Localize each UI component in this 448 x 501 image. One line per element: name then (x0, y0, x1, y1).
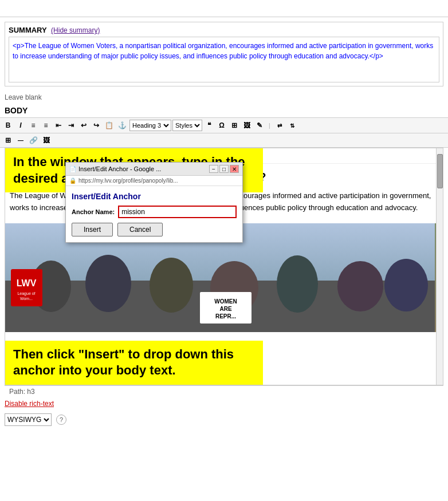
modal-insert-button[interactable]: Insert (72, 223, 113, 236)
indent-button[interactable]: ⇥ (65, 120, 77, 131)
bold-button[interactable]: B (2, 120, 14, 131)
anchor-name-label: Anchor Name: (72, 208, 115, 215)
wysiwyg-select[interactable]: WYSIWYG (5, 413, 52, 426)
image-button[interactable]: 🖼 (241, 120, 253, 131)
summary-title-text: SUMMARY (9, 26, 46, 34)
svg-text:LWV: LWV (17, 278, 37, 288)
scrollbar-thumb[interactable] (437, 154, 443, 188)
svg-point-7 (337, 261, 383, 311)
ol-button[interactable]: ≡ (40, 120, 52, 131)
tooltip-insert: Then click "Insert" to drop down this an… (5, 341, 263, 385)
svg-text:WOMEN: WOMEN (214, 298, 237, 305)
styles-select[interactable]: Styles (172, 120, 202, 131)
modal-cancel-button[interactable]: Cancel (117, 223, 163, 236)
leave-blank-note: Leave blank (0, 91, 448, 104)
redo-button[interactable]: ↪ (91, 120, 102, 131)
svg-point-3 (85, 255, 131, 312)
svg-text:Wom...: Wom... (20, 297, 33, 301)
svg-point-4 (150, 258, 193, 313)
anchor-button[interactable]: ⚓ (116, 120, 128, 131)
undo-button[interactable]: ↩ (78, 120, 89, 131)
paste-button[interactable]: 📋 (103, 120, 115, 131)
svg-text:ARE: ARE (219, 306, 231, 312)
modal-controls: − □ ✕ (209, 165, 239, 173)
body-label: BODY (0, 104, 448, 117)
modal-field-row: Anchor Name: (72, 206, 237, 218)
modal-body: Insert/Edit Anchor Anchor Name: Insert C… (66, 186, 242, 242)
modal-title-text: 📄 Insert/Edit Anchor - Google ... (69, 165, 161, 172)
help-icon[interactable]: ? (56, 415, 66, 425)
editor-area[interactable]: Our Mission | What We Do Now | Support U… (5, 148, 443, 385)
editor-scrollbar[interactable] (436, 148, 443, 385)
table-button[interactable]: ⊞ (229, 120, 240, 131)
toolbar-row1: B I ≡ ≡ ⇤ ⇥ ↩ ↪ 📋 ⚓ Heading 3 Heading 1 … (0, 117, 448, 133)
toolbar-separator1: | (266, 123, 273, 129)
hide-summary-link[interactable]: (Hide summary) (51, 26, 100, 34)
outdent-button[interactable]: ⇤ (53, 120, 64, 131)
modal-heading: Insert/Edit Anchor (72, 192, 237, 201)
modal-button-row: Insert Cancel (72, 223, 237, 236)
modal-titlebar: 📄 Insert/Edit Anchor - Google ... − □ ✕ (66, 163, 242, 176)
heading-select[interactable]: Heading 3 Heading 1 Heading 2 Heading 4 … (129, 120, 171, 131)
edit-button[interactable]: ✎ (254, 120, 265, 131)
valign-button[interactable]: ⇅ (286, 120, 298, 131)
align-button[interactable]: ⇄ (274, 120, 285, 131)
modal-close-button[interactable]: ✕ (230, 165, 239, 173)
summary-content[interactable]: <p>The League of Women Voters, a nonpart… (9, 37, 439, 82)
modal-address-bar: 🔒 https://my.lvv.org/profiles/panopoly/l… (66, 176, 242, 186)
modal-maximize-button[interactable]: □ (219, 165, 229, 173)
hr-button[interactable]: ― (15, 135, 26, 146)
svg-text:REPR...: REPR... (215, 313, 236, 319)
anchor-name-input[interactable] (118, 206, 237, 218)
summary-paragraph: <p>The League of Women Voters, a nonpart… (13, 41, 435, 61)
summary-section: SUMMARY (Hide summary) <p>The League of … (5, 22, 443, 86)
disable-richtext-link[interactable]: Disable rich-text (5, 400, 54, 408)
disable-richtext-container: Disable rich-text (0, 397, 448, 410)
chars-button[interactable]: Ω (216, 120, 227, 131)
toolbar-row2: ⊞ ― 🔗 🖼 (0, 133, 448, 148)
link-button[interactable]: 🔗 (27, 135, 40, 146)
svg-text:League of: League of (17, 291, 35, 296)
top-bar (0, 0, 448, 17)
svg-point-8 (384, 259, 428, 311)
image-button2[interactable]: 🖼 (41, 135, 52, 146)
page-icon: 📄 (69, 166, 76, 172)
open-quote-button[interactable]: ❝ (203, 120, 215, 131)
modal-minimize-button[interactable]: − (209, 165, 218, 173)
path-bar: Path: h3 (5, 385, 443, 397)
svg-point-6 (277, 255, 318, 313)
italic-button[interactable]: I (15, 120, 26, 131)
ul-button[interactable]: ≡ (27, 120, 39, 131)
table-edit-button[interactable]: ⊞ (2, 135, 14, 146)
modal-dialog: 📄 Insert/Edit Anchor - Google ... − □ ✕ … (65, 162, 243, 243)
lock-icon: 🔒 (69, 177, 76, 184)
summary-title: SUMMARY (Hide summary) (9, 26, 439, 34)
bottom-bar: WYSIWYG ? (0, 410, 448, 429)
